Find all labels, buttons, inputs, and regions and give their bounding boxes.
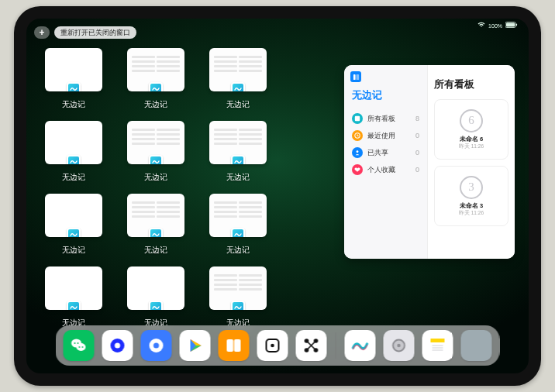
window-label: 无边记 [45,99,102,110]
sidebar-item-count: 0 [415,166,419,174]
svg-point-15 [115,342,120,348]
window-tile[interactable]: 无边记 [45,194,102,256]
svg-rect-18 [227,339,234,352]
dock-app-books[interactable] [219,330,250,361]
svg-point-12 [79,346,81,348]
ipad-frame: 100% + 重新打开已关闭的窗口 无边记无边记无边记无边记无边记无边记无边记无… [14,6,541,386]
top-bar: + 重新打开已关闭的窗口 [34,26,136,39]
window-tile[interactable]: 无边记 [127,266,184,328]
freeform-app-icon [231,228,245,237]
freeform-app-icon [149,228,163,237]
window-label: 无边记 [127,245,184,256]
svg-point-10 [74,342,76,344]
window-tile[interactable]: 无边记 [45,266,102,328]
dock-app-play[interactable] [180,330,211,361]
window-thumbnail [209,48,267,91]
window-tile[interactable]: 无边记 [127,194,184,256]
svg-point-28 [397,344,400,347]
new-window-button[interactable]: + [34,26,50,39]
board-thumbnail: 6 [460,109,483,132]
freeform-window[interactable]: ··· 无边记 所有看板8最近使用0已共享0个人收藏0 所有看板 6未命名 6昨… [344,65,515,259]
sidebar-item-count: 8 [415,115,419,122]
window-label: 无边记 [209,245,267,256]
sidebar-item[interactable]: 个人收藏0 [350,161,421,178]
window-thumbnail [45,48,102,91]
window-thumbnail [45,266,102,310]
window-thumbnail [45,194,102,237]
dock-app-quark-hd[interactable] [102,330,133,361]
window-tile[interactable]: 无边记 [209,48,267,110]
window-tile[interactable]: 无边记 [127,121,184,183]
dock-app-wechat[interactable] [64,330,95,361]
svg-point-7 [357,150,359,153]
status-bar: 100% [477,22,518,29]
freeform-app-icon [67,301,81,310]
window-label: 无边记 [127,99,184,110]
window-thumbnail [127,194,184,237]
freeform-sidebar: 无边记 所有看板8最近使用0已共享0个人收藏0 [344,65,428,259]
sidebar-title: 无边记 [352,88,421,102]
dock-app-quark[interactable] [141,330,172,361]
window-thumbnail [209,121,267,164]
board-name: 未命名 3 [460,202,483,210]
window-tile[interactable]: 无边记 [209,194,267,256]
freeform-app-icon [231,301,245,310]
freeform-app-icon [231,155,245,164]
window-tile[interactable]: 无边记 [45,48,102,110]
sidebar-item-label: 所有看板 [367,114,395,124]
sidebar-item[interactable]: 已共享0 [350,144,421,161]
freeform-app-icon [231,82,245,91]
window-tile[interactable]: 无边记 [209,266,267,328]
window-label: 无边记 [127,172,184,183]
app-expose-grid: 无边记无边记无边记无边记无边记无边记无边记无边记无边记无边记无边记无边记 [45,48,324,328]
dock-recent-notes[interactable] [422,330,453,361]
screen: 100% + 重新打开已关闭的窗口 无边记无边记无边记无边记无边记无边记无边记无… [26,19,529,373]
svg-rect-5 [355,116,360,121]
window-tile[interactable]: 无边记 [127,48,184,110]
sidebar-item-count: 0 [415,132,419,139]
svg-point-9 [77,343,86,351]
board-thumbnail: 3 [460,176,483,199]
dock-folder[interactable] [461,330,492,361]
sidebar-item-icon [352,113,363,124]
sidebar-item[interactable]: 所有看板8 [350,110,421,127]
dock [56,325,500,366]
sidebar-item-icon [352,164,363,175]
sidebar-item[interactable]: 最近使用0 [350,127,421,144]
sidebar-item-icon [352,130,363,141]
window-label: 无边记 [209,99,267,110]
svg-rect-1 [506,23,515,27]
freeform-app-icon [149,301,163,310]
svg-point-13 [82,346,84,348]
battery-pct: 100% [488,23,502,29]
battery-icon [505,22,518,29]
window-thumbnail [209,194,267,237]
window-thumbnail [127,48,184,91]
window-thumbnail [45,121,102,164]
board-time: 昨天 11:26 [459,210,484,217]
window-label: 无边记 [45,245,102,256]
dock-recent-settings[interactable] [384,330,415,361]
board-name: 未命名 6 [460,136,483,143]
sidebar-item-count: 0 [415,149,419,156]
svg-rect-3 [353,74,355,79]
window-tile[interactable]: 无边记 [45,121,102,183]
svg-point-17 [153,342,159,348]
sidebar-app-icon [350,71,361,82]
freeform-app-icon [67,228,81,237]
reopen-closed-window-button[interactable]: 重新打开已关闭的窗口 [54,26,136,39]
sidebar-item-label: 已共享 [367,148,388,158]
dock-recent-freeform[interactable] [345,330,376,361]
svg-rect-2 [516,24,518,26]
dock-separator [336,332,336,359]
dock-app-dice[interactable] [257,330,288,361]
board-time: 昨天 11:26 [459,143,484,150]
board-card[interactable]: 3未命名 3昨天 11:26 [434,166,508,226]
window-label: 无边记 [45,172,102,183]
window-thumbnail [127,121,184,164]
svg-point-21 [271,344,274,348]
dock-app-connect[interactable] [296,330,327,361]
window-tile[interactable]: 无边记 [209,121,267,183]
svg-rect-29 [431,339,445,342]
board-card[interactable]: 6未命名 6昨天 11:26 [434,99,508,160]
